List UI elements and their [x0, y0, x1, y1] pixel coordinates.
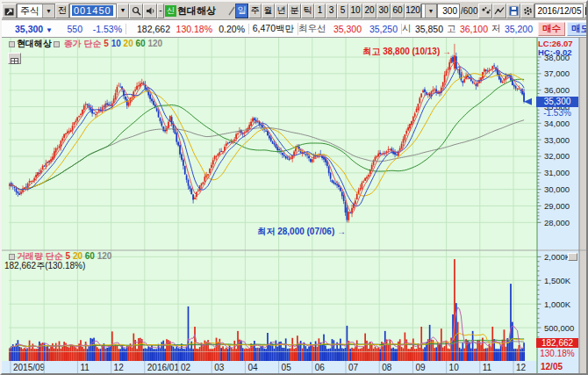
search-icon[interactable]: [129, 4, 143, 18]
svg-text:37,000: 37,000: [544, 69, 570, 78]
tab-minute[interactable]: 분: [288, 4, 301, 18]
svg-text:2016/01: 2016/01: [147, 363, 180, 372]
code-dropdown-button[interactable]: ▼: [117, 4, 129, 18]
stock-code-value: 001450: [72, 5, 113, 16]
right-arrow-icon: →: [337, 227, 346, 236]
svg-text:36,000: 36,000: [544, 85, 570, 95]
svg-text:30,000: 30,000: [544, 184, 570, 194]
svg-text:07: 07: [348, 363, 359, 372]
svg-text:32,000: 32,000: [544, 151, 570, 161]
app-window: 주식 ▼ 전 001450 ▼ - 신 현대해상 일 주 월 년 분 틱 1 3…: [0, 0, 588, 375]
count-button-120[interactable]: 120: [405, 4, 421, 18]
open-price: 35,850: [413, 24, 447, 34]
svg-text:31,000: 31,000: [544, 168, 570, 177]
tab-week[interactable]: 주: [248, 4, 262, 18]
svg-text:04: 04: [247, 363, 258, 372]
legend-box-icon: [9, 254, 15, 260]
low-annotation: 최저 28,000 (07/06) →: [2, 227, 346, 236]
current-volume-pct: 130.18%: [536, 349, 578, 358]
asset-type-select[interactable]: 주식 ▼: [17, 4, 55, 18]
sound-icon[interactable]: [143, 4, 157, 18]
price-volume-chart[interactable]: 38,00037,00036,00035,00034,00033,00032,0…: [2, 38, 586, 373]
svg-text:05: 05: [282, 363, 292, 372]
current-price-marker: 35,300: [536, 97, 578, 107]
pen-icon: [228, 4, 235, 17]
new-listing-badge: 신: [165, 5, 176, 17]
current-volume-marker: 182,662: [536, 338, 578, 348]
volume-pane-button[interactable]: [568, 253, 577, 261]
open-label: 시: [402, 23, 413, 35]
bars-total-label: /600: [460, 6, 478, 16]
high-annotation: 최고 38,800 (10/13) →: [2, 47, 451, 56]
svg-text:2015/09: 2015/09: [13, 363, 46, 372]
high-label: 고: [447, 23, 458, 35]
best-bid: 35,300: [328, 24, 365, 34]
volume-value: 182,662: [126, 24, 174, 34]
svg-text:28,000: 28,000: [544, 218, 570, 227]
svg-text:1,500K: 1,500K: [544, 276, 571, 285]
buy-button[interactable]: 매수: [538, 22, 565, 36]
svg-text:11: 11: [483, 363, 492, 372]
svg-text:1,000K: 1,000K: [544, 299, 571, 309]
best-ask: 35,250: [365, 24, 402, 34]
count-button-3[interactable]: 3: [326, 4, 337, 18]
trendline-icon[interactable]: [492, 4, 506, 18]
tab-tick[interactable]: 틱: [301, 4, 314, 18]
stock-name: 현대해상: [177, 4, 228, 18]
count-button-5[interactable]: 5: [337, 4, 348, 18]
svg-text:06: 06: [315, 363, 326, 372]
quote-row: 35,300 ▼ 550 -1.53% 182,662 130.18% 0.20…: [2, 19, 586, 38]
volume-ratio: 130.18%: [174, 24, 216, 34]
high-change-label: HC:-9.02: [538, 47, 572, 57]
count-button-30[interactable]: 30: [376, 4, 391, 18]
tab-year[interactable]: 년: [275, 4, 288, 18]
count-button-10[interactable]: 10: [348, 4, 362, 18]
count-button-20[interactable]: 20: [362, 4, 376, 18]
current-price-pct: -1.53%: [536, 108, 578, 118]
chevron-down-icon[interactable]: ▼: [425, 4, 436, 18]
price-change: 550: [56, 24, 86, 34]
trade-amount: 6,470백만: [249, 23, 298, 35]
down-arrow-icon: ▼: [46, 26, 53, 34]
turnover-pct: 0.20%: [216, 24, 249, 34]
stock-code-input[interactable]: 001450: [69, 4, 117, 18]
date-input[interactable]: 2016/12/05: [534, 4, 584, 18]
cursor-marks-icon[interactable]: [478, 4, 492, 18]
volume-readout: 182,662주(130.18%): [4, 261, 85, 270]
svg-text:03: 03: [214, 363, 225, 372]
svg-text:02: 02: [181, 363, 191, 372]
tab-day[interactable]: 일: [235, 4, 248, 18]
tab-month[interactable]: 월: [262, 4, 275, 18]
sell-button[interactable]: 매도: [567, 22, 586, 36]
toolbar: 주식 ▼ 전 001450 ▼ - 신 현대해상 일 주 월 년 분 틱 1 3…: [2, 2, 586, 19]
chart-area[interactable]: 38,00037,00036,00035,00034,00033,00032,0…: [2, 38, 586, 373]
svg-text:33,000: 33,000: [544, 135, 570, 145]
best-quote-label: 최우선: [298, 23, 328, 35]
svg-text:29,000: 29,000: [544, 201, 570, 211]
chevron-down-icon[interactable]: ▼: [42, 4, 54, 18]
volume-legend: 거래량 단순 5 20 60 120: [7, 251, 111, 261]
current-price: 35,300 ▼: [2, 24, 56, 34]
low-label: 저: [491, 23, 503, 35]
bars-count-input[interactable]: 300: [437, 4, 460, 18]
minus-button[interactable]: -: [157, 4, 164, 18]
svg-text:12: 12: [516, 363, 527, 372]
settings-gear-icon[interactable]: [520, 4, 534, 18]
svg-text:11: 11: [80, 363, 90, 372]
svg-text:10: 10: [449, 363, 460, 372]
price-change-pct: -1.53%: [86, 24, 126, 34]
extra-select[interactable]: ▼: [421, 4, 437, 18]
asset-type-value: 주식: [20, 4, 39, 18]
svg-text:12: 12: [114, 363, 125, 372]
count-button-1[interactable]: 1: [314, 4, 326, 18]
low-price: 35,200: [503, 24, 536, 34]
count-button-60[interactable]: 60: [391, 4, 405, 18]
save-icon[interactable]: [506, 4, 520, 18]
calendar-icon[interactable]: [584, 4, 586, 18]
last-date-label: 12/05: [541, 362, 563, 371]
date-color-strip: [9, 352, 525, 362]
right-arrow-icon: →: [442, 47, 451, 56]
prev-stock-button[interactable]: 전: [55, 4, 69, 18]
svg-text:08: 08: [382, 363, 392, 372]
popout-icon[interactable]: [2, 4, 17, 18]
